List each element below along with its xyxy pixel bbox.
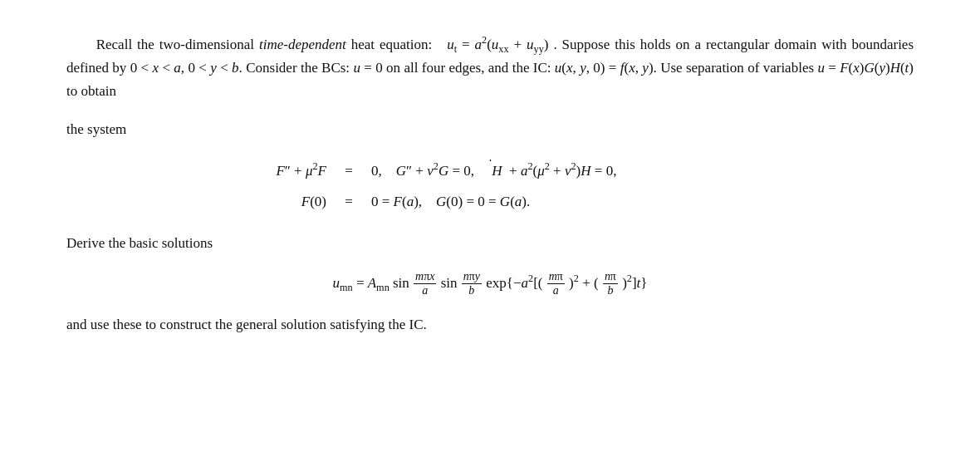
derive-label: Derive the basic solutions: [66, 232, 914, 255]
the-system-label: the system: [66, 118, 914, 141]
heat-eq: ut = a2(uxx + uyy): [447, 37, 553, 52]
last-paragraph: and use these to construct the general s…: [66, 313, 914, 337]
italic-time-dependent: time-dependent: [259, 37, 346, 52]
umn-equation: umn = Amn sin mπx a sin nπy b exp{−a2[( …: [66, 270, 914, 298]
page-container: Recall the two-dimensional time-dependen…: [33, 17, 947, 353]
eq1-rhs: 0, G″ + ν2G = 0, Ḣ + a2(μ2 + ν2)H = 0,: [361, 160, 777, 182]
eq-row-2: F(0) = 0 = F(a), G(0) = 0 = G(a).: [203, 190, 777, 213]
eq2-rhs: 0 = F(a), G(0) = 0 = G(a).: [361, 190, 777, 213]
paragraph-1: Recall the two-dimensional time-dependen…: [66, 33, 914, 103]
eq1-lhs: F″ + μ2F: [203, 160, 336, 182]
equation-block-system: F″ + μ2F = 0, G″ + ν2G = 0, Ḣ + a2(μ2 +…: [66, 160, 914, 213]
eq1-equals: =: [336, 160, 361, 182]
eq-row-1: F″ + μ2F = 0, G″ + ν2G = 0, Ḣ + a2(μ2 +…: [203, 160, 777, 182]
eq2-equals: =: [336, 190, 361, 213]
eq2-lhs: F(0): [203, 190, 336, 213]
umn-math: umn = Amn sin mπx a sin nπy b exp{−a2[( …: [332, 275, 647, 291]
